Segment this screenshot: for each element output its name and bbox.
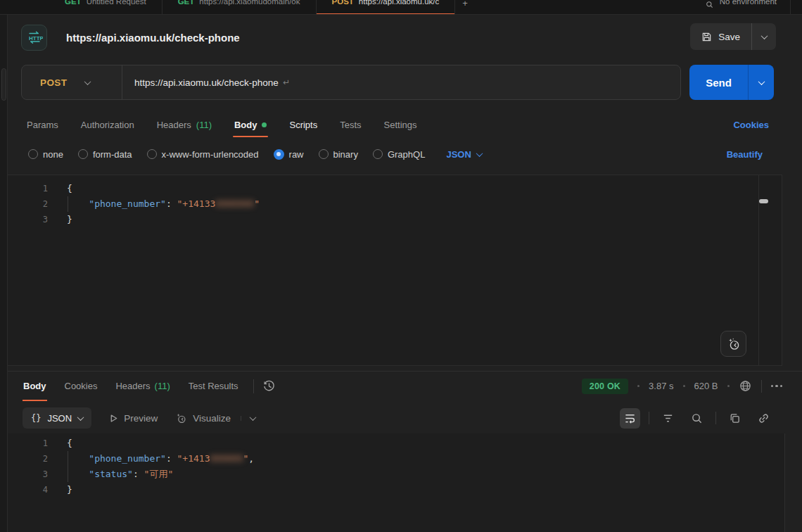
response-tab-headers[interactable]: Headers(11) <box>106 372 179 401</box>
response-tab-cookies[interactable]: Cookies <box>56 372 107 401</box>
body-type-raw[interactable]: raw <box>274 149 304 160</box>
code-content: } <box>67 212 72 227</box>
code-token: { <box>67 183 72 194</box>
language-dropdown[interactable]: JSON <box>446 149 481 160</box>
save-button-main[interactable]: Save <box>690 23 751 50</box>
tab-method-label: GET <box>178 0 195 9</box>
link-icon[interactable] <box>753 408 774 429</box>
response-size[interactable]: 620 B <box>694 381 718 391</box>
code-line: 1{ <box>8 181 782 196</box>
response-tab-test-results[interactable]: Test Results <box>179 372 248 401</box>
meta-dot <box>727 385 730 387</box>
tab-label: Cookies <box>65 381 98 391</box>
chevron-down-icon <box>249 414 256 421</box>
response-format-dropdown[interactable]: {} JSON <box>23 407 91 429</box>
save-dropdown-button[interactable] <box>752 23 776 50</box>
body-type-x-www-form-urlencoded[interactable]: x-www-form-urlencoded <box>147 149 259 160</box>
radio-icon <box>78 149 88 159</box>
workspace-tab[interactable]: GETUntitled Request <box>49 0 163 15</box>
visualize-dropdown[interactable] <box>241 416 255 421</box>
history-icon[interactable] <box>262 379 276 393</box>
code-token: "+14133 <box>177 198 216 209</box>
radio-label: raw <box>289 149 304 160</box>
copy-icon[interactable] <box>725 408 745 429</box>
request-body-editor[interactable]: 1{2 "phone_number": "+141330000000"3} <box>8 175 782 366</box>
send-button[interactable]: Send <box>689 65 774 100</box>
preview-button[interactable]: Preview <box>109 413 158 424</box>
radio-label: none <box>43 149 63 160</box>
url-input[interactable]: https://api.xiaomu.uk/check-phone <box>134 77 279 88</box>
network-globe-icon[interactable] <box>739 379 752 393</box>
chevron-down-icon <box>476 150 483 157</box>
body-type-options: noneform-datax-www-form-urlencodedrawbin… <box>28 149 425 160</box>
code-token: : <box>166 198 177 209</box>
response-tab-body[interactable]: Body <box>14 372 56 401</box>
tab-settings[interactable]: Settings <box>373 111 428 138</box>
body-type-none[interactable]: none <box>28 149 63 160</box>
indent-guide <box>68 451 68 467</box>
body-type-GraphQL[interactable]: GraphQL <box>373 149 425 160</box>
code-line: 2 "phone_number": "+141330000000" <box>8 196 782 212</box>
radio-label: binary <box>333 149 358 160</box>
tab-scripts[interactable]: Scripts <box>278 111 329 138</box>
tab-count: (11) <box>155 381 170 391</box>
indent-guide <box>68 467 68 482</box>
environment-label[interactable]: No environment <box>720 0 777 9</box>
tab-tests[interactable]: Tests <box>329 111 372 138</box>
tab-count: (11) <box>196 120 212 130</box>
environment-search-icon <box>706 1 713 8</box>
environment-selector[interactable]: No environment <box>706 0 802 15</box>
editor-scrollbar-thumb[interactable] <box>759 199 768 203</box>
svg-text:HTTP: HTTP <box>29 35 43 42</box>
response-toolbar: {} JSON Preview Visualize <box>8 405 802 431</box>
cookies-link[interactable]: Cookies <box>733 120 769 130</box>
filter-icon[interactable] <box>658 408 678 429</box>
body-type-form-data[interactable]: form-data <box>78 149 132 160</box>
code-token: " <box>254 198 260 209</box>
sidebar-collapsed-strip[interactable] <box>0 15 8 532</box>
response-body-editor[interactable]: 1{2 "phone_number": "+1413000000",3 "sta… <box>8 433 785 532</box>
response-editor-lines: 1{2 "phone_number": "+1413000000",3 "sta… <box>8 436 784 498</box>
postbot-button[interactable] <box>720 331 746 357</box>
radio-icon <box>147 149 157 159</box>
tab-method-label: GET <box>65 0 82 9</box>
new-tab-button[interactable]: + <box>462 0 468 11</box>
send-button-label[interactable]: Send <box>689 65 748 100</box>
sidebar-drag-handle[interactable] <box>1 68 6 101</box>
code-token: { <box>67 438 72 448</box>
tab-label: Headers <box>115 381 150 391</box>
status-badge[interactable]: 200 OK <box>582 379 628 394</box>
more-options-icon[interactable] <box>771 385 783 388</box>
line-number: 1 <box>8 181 48 196</box>
request-header: HTTP https://api.xiaomu.uk/check-phone S… <box>8 15 802 60</box>
response-header: BodyCookiesHeaders(11)Test Results 200 O… <box>8 371 802 400</box>
workspace-tab[interactable]: POSThttps://api.xiaomu.uk/c <box>317 0 456 15</box>
tab-label: Authorization <box>81 120 134 130</box>
beautify-link[interactable]: Beautify <box>727 149 763 160</box>
send-dropdown-button[interactable] <box>749 65 774 100</box>
visualize-button[interactable]: Visualize <box>175 412 231 424</box>
code-line: 4} <box>8 482 784 498</box>
editor-scrollbar-track[interactable] <box>758 175 770 365</box>
radio-label: form-data <box>93 149 132 160</box>
code-line: 3} <box>8 212 782 227</box>
visualize-label: Visualize <box>193 413 231 424</box>
word-wrap-button[interactable] <box>620 408 640 429</box>
tab-headers[interactable]: Headers(11) <box>146 111 223 138</box>
response-time[interactable]: 3.87 s <box>649 381 673 391</box>
code-content: "status": "可用" <box>67 467 173 482</box>
body-type-binary[interactable]: binary <box>319 149 358 160</box>
workspace-tab-bar: GETUntitled RequestGEThttps://api.xiaomu… <box>0 0 802 15</box>
code-content: "phone_number": "+141330000000" <box>67 196 260 212</box>
tab-authorization[interactable]: Authorization <box>70 111 146 138</box>
tab-title: https://api.xiaomu.uk/c <box>359 0 439 9</box>
method-url-divider <box>122 65 122 99</box>
line-number: 4 <box>8 482 48 498</box>
tab-body[interactable]: Body <box>223 111 279 138</box>
tab-params[interactable]: Params <box>15 111 70 138</box>
save-button[interactable]: Save <box>690 23 776 50</box>
search-icon[interactable] <box>687 408 707 429</box>
workspace-tab[interactable]: GEThttps://api.xiaomudomain/ok <box>163 0 317 15</box>
body-type-row: noneform-datax-www-form-urlencodedrawbin… <box>8 142 802 166</box>
method-selector[interactable]: POST <box>22 77 122 88</box>
